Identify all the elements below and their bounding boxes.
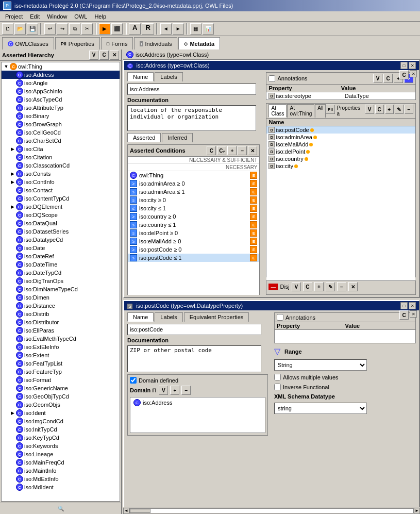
expand-dqelement[interactable]: ▶ (10, 204, 15, 209)
documentation-input[interactable]: location of the responsible individual o… (127, 105, 256, 131)
anno-c-btn[interactable]: C (383, 74, 393, 83)
cond-owlthing-e[interactable]: E (250, 172, 257, 179)
props-edit-btn[interactable]: ✎ (395, 105, 404, 114)
disj-minus-btn[interactable]: − (337, 282, 346, 291)
address-c-btn[interactable]: C (399, 70, 409, 79)
atowlthing-tab[interactable]: At owl:Thing (287, 104, 314, 118)
xml-schema-select[interactable]: string (274, 403, 367, 414)
props-v-btn[interactable]: V (365, 105, 374, 114)
tree-item-consts[interactable]: ▶ C iso:Consts (2, 170, 120, 178)
table-btn[interactable]: ▦ (190, 23, 201, 35)
annotations-checkbox[interactable] (268, 75, 275, 82)
cond-minus-btn[interactable]: − (238, 146, 247, 155)
tree-item-dataqual[interactable]: C iso:DataQual (2, 219, 120, 227)
domain-minus-btn[interactable]: − (181, 386, 191, 395)
disj-close-btn[interactable]: ✕ (348, 282, 358, 291)
tree-item-feattyplist[interactable]: C iso:FeatTypList (2, 359, 120, 368)
tab-owlclasses[interactable]: C OWLClasses (2, 37, 54, 49)
tree-item-distrib[interactable]: C iso:Distrib (2, 310, 120, 318)
cond-c-btn[interactable]: C (207, 146, 216, 155)
cond-emailadd-ge-e[interactable]: E (250, 238, 257, 245)
postcode-x-btn[interactable]: ✕ (410, 310, 417, 318)
a-btn[interactable]: A (129, 23, 141, 35)
all-tab[interactable]: All (315, 104, 326, 118)
tree-item-contact[interactable]: C iso:Contact (2, 186, 120, 194)
expand-cita[interactable]: ▶ (10, 146, 15, 152)
cond-row-delpoint-ge[interactable]: ≥ iso:delPoint ≥ 0 E (128, 229, 259, 237)
domain-checkbox[interactable] (130, 377, 137, 384)
menu-help[interactable]: Help (91, 13, 109, 20)
tree-item-dimen[interactable]: C iso:Dimen (2, 293, 120, 302)
range-select[interactable]: String (274, 359, 367, 371)
tree-item-format[interactable]: C iso:Format (2, 376, 120, 384)
inferred-tab[interactable]: Inferred (162, 133, 193, 142)
address-close-btn[interactable]: ✕ (409, 62, 416, 69)
tree-item-geomobjs[interactable]: C iso:GeomObjs (2, 401, 120, 409)
tree-item-datetypcd[interactable]: C iso:DateTypCd (2, 269, 120, 277)
menu-window[interactable]: Window (44, 13, 70, 20)
props-minus-btn[interactable]: − (405, 105, 413, 114)
prop-row-adminarea[interactable]: D iso:adminArea (266, 134, 415, 141)
save-btn[interactable]: 💾 (27, 23, 38, 35)
tab-individuals[interactable]: i Individuals (134, 37, 177, 49)
postcode-anno-checkbox[interactable] (277, 314, 283, 321)
nav2-btn[interactable]: ► (173, 23, 184, 35)
scroll-h-thumb[interactable] (130, 509, 150, 513)
tree-item-ident[interactable]: ▶ C iso:Ident (2, 409, 120, 417)
tree-item-dimnametypecd[interactable]: C iso:DimNameTypeCd (2, 285, 120, 293)
cond-postcode-le-e[interactable]: E (250, 254, 257, 261)
postcode-c-btn[interactable]: C (399, 310, 409, 320)
cond-cr-btn[interactable]: Cᵣ (217, 146, 226, 155)
tree-item-geoobjtyp[interactable]: C iso:GeoObjTypCd (2, 392, 120, 401)
cond-row-city-ge[interactable]: ≥ iso:city ≥ 0 E (128, 196, 259, 204)
new-btn[interactable]: 🗋 (2, 23, 13, 35)
run-btn[interactable]: ▶ (99, 23, 110, 35)
prop-row-postcode[interactable]: D iso:postCode (266, 126, 415, 134)
tree-item-mainfreqcd[interactable]: C iso:MainFreqCd (2, 458, 120, 467)
postcode-doc-input[interactable]: ZIP or other postal code (127, 345, 261, 372)
tree-item-mdextinfo[interactable]: C iso:MdExtInfo (2, 475, 120, 483)
expand-continfo[interactable]: ▶ (10, 179, 15, 185)
expand-ident[interactable]: ▶ (10, 410, 15, 416)
class-tree[interactable]: ▼ C owl:Thing C iso:Address C iso:Angle … (1, 62, 120, 502)
tree-item-keywords[interactable]: C iso:Keywords (2, 442, 120, 450)
undo-btn[interactable]: ↩ (44, 23, 56, 35)
prop-row-country[interactable]: D iso:country (266, 155, 415, 162)
tree-item-attributetyp[interactable]: C iso:AttributeTyp (2, 104, 120, 112)
address-labels-tab[interactable]: Labels (155, 72, 182, 81)
tab-forms[interactable]: □ Forms (101, 37, 133, 49)
chart-btn[interactable]: 📊 (203, 23, 214, 35)
cond-row-city-le[interactable]: ≤ iso:city ≤ 1 E (128, 204, 259, 212)
cond-country-ge-e[interactable]: E (250, 213, 257, 220)
tree-item-datatypecd[interactable]: C iso:DatatypeCd (2, 236, 120, 244)
cond-close-btn[interactable]: ✕ (248, 146, 257, 155)
tree-item-charsetcd[interactable]: C iso:CharSetCd (2, 137, 120, 145)
postcode-name-tab[interactable]: Name (127, 312, 154, 322)
address-name-tab[interactable]: Name (127, 72, 154, 81)
tree-item-inittypcd[interactable]: C iso:InitTypCd (2, 425, 120, 434)
expand-owlthing[interactable]: ▼ (4, 64, 9, 69)
tree-item-keytypcd[interactable]: C iso:KeyTypCd (2, 434, 120, 442)
address-x-btn[interactable]: ✕ (410, 70, 417, 77)
tree-item-mdident[interactable]: C iso:MdIdent (2, 483, 120, 491)
address-name-input[interactable] (127, 84, 256, 95)
tree-item-dqelement[interactable]: ▶ C iso:DQElement (2, 203, 120, 211)
expand-consts[interactable]: ▶ (10, 171, 15, 176)
cond-row-adminarea-ge[interactable]: ≥ iso:adminArea ≥ 0 E (128, 179, 259, 188)
cond-city-le-e[interactable]: E (250, 205, 257, 212)
tree-item-cellgeocd[interactable]: C iso:CellGeoCd (2, 128, 120, 137)
multiple-values-checkbox[interactable] (274, 374, 281, 380)
postcode-close-btn[interactable]: ✕ (409, 302, 416, 309)
anno-v-btn[interactable]: V (373, 74, 382, 83)
tree-item-lineage[interactable]: C iso:Lineage (2, 450, 120, 458)
stop-btn[interactable]: ⬛ (111, 23, 123, 35)
tree-item-classcd[interactable]: C iso:ClasscationCd (2, 161, 120, 170)
tree-item-digtranops[interactable]: C iso:DigTranOps (2, 277, 120, 285)
cond-city-ge-e[interactable]: E (250, 196, 257, 204)
cond-adminarea-le-e[interactable]: E (250, 188, 257, 195)
tree-item-extent[interactable]: C iso:Extent (2, 351, 120, 359)
disj-edit-btn[interactable]: ✎ (326, 282, 335, 291)
hierarchy-v-btn[interactable]: V (89, 51, 98, 60)
menu-project[interactable]: Project (2, 13, 26, 20)
prop-row-city[interactable]: D iso:city (266, 162, 415, 170)
